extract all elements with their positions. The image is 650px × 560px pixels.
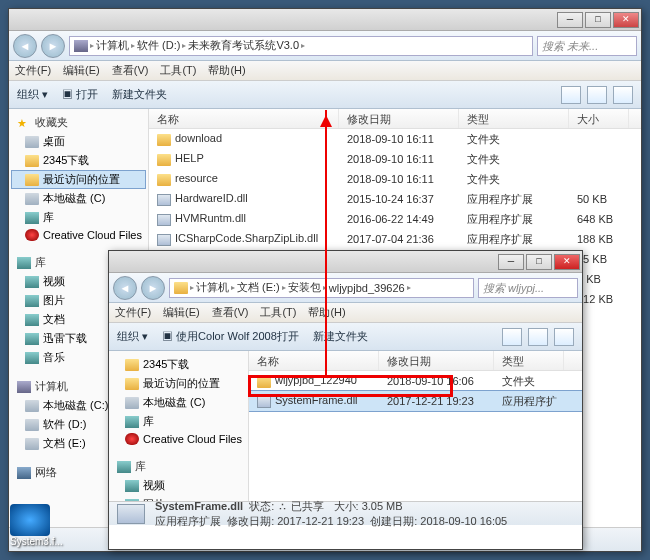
back-button[interactable]: ◄ [113, 276, 137, 300]
tree-2345[interactable]: 2345下载 [111, 355, 246, 374]
toolbar: 组织 ▾ ▣ 打开 新建文件夹 [9, 81, 641, 109]
tree-video[interactable]: 视频 [111, 476, 246, 495]
tree-cdisk[interactable]: 本地磁盘 (C) [11, 189, 146, 208]
view-button[interactable] [561, 86, 581, 104]
recent-icon [125, 378, 139, 390]
breadcrumb[interactable]: ▸计算机 ▸文档 (E:) ▸安装包 ▸wljypjbd_39626 ▸ [169, 278, 474, 298]
table-row[interactable]: HVMRuntm.dll2016-06-22 14:49应用程序扩展648 KB [149, 209, 641, 229]
library-icon [125, 416, 139, 428]
menu-tools[interactable]: 工具(T) [260, 305, 296, 320]
col-size[interactable]: 大小 [569, 109, 629, 128]
picture-icon [125, 499, 139, 502]
tree-libs[interactable]: 库 [11, 208, 146, 227]
table-row[interactable]: HardwareID.dll2015-10-24 16:37应用程序扩展50 K… [149, 189, 641, 209]
col-type[interactable]: 类型 [459, 109, 569, 128]
breadcrumb[interactable]: ▸计算机 ▸软件 (D:) ▸未来教育考试系统V3.0 ▸ [69, 36, 533, 56]
search-input[interactable]: 搜索 未来... [537, 36, 637, 56]
preview-button[interactable] [587, 86, 607, 104]
nav-tree: 2345下载 最近访问的位置 本地磁盘 (C) 库 Creative Cloud… [109, 351, 249, 501]
menu-help[interactable]: 帮助(H) [308, 305, 345, 320]
picture-icon [25, 295, 39, 307]
tree-cc[interactable]: Creative Cloud Files [111, 431, 246, 447]
titlebar[interactable]: ─ □ ✕ [9, 9, 641, 31]
help-button[interactable] [554, 328, 574, 346]
view-button[interactable] [502, 328, 522, 346]
colorwolf-button[interactable]: ▣ 使用Color Wolf 2008打开 [162, 329, 299, 344]
nav-bar: ◄ ► ▸计算机 ▸文档 (E:) ▸安装包 ▸wljypjbd_39626 ▸… [109, 273, 582, 303]
list-header: 名称 修改日期 类型 [249, 351, 582, 371]
menu-file[interactable]: 文件(F) [115, 305, 151, 320]
file-icon [117, 504, 145, 524]
folder-icon [125, 359, 139, 371]
tree-recent[interactable]: 最近访问的位置 [11, 170, 146, 189]
preview-button[interactable] [528, 328, 548, 346]
new-folder-button[interactable]: 新建文件夹 [112, 87, 167, 102]
close-button[interactable]: ✕ [613, 12, 639, 28]
tree-library[interactable]: 库 [111, 457, 246, 476]
search-input[interactable]: 搜索 wljypj... [478, 278, 578, 298]
menu-bar: 文件(F) 编辑(E) 查看(V) 工具(T) 帮助(H) [109, 303, 582, 323]
organize-button[interactable]: 组织 ▾ [17, 87, 48, 102]
menu-file[interactable]: 文件(F) [15, 63, 51, 78]
tree-2345[interactable]: 2345下载 [11, 151, 146, 170]
menu-edit[interactable]: 编辑(E) [63, 63, 100, 78]
desktop-shortcut[interactable]: System3.f... [10, 504, 52, 552]
network-icon [17, 467, 31, 479]
table-row[interactable]: ICSharpCode.SharpZipLib.dll2017-07-04 21… [149, 229, 641, 249]
minimize-button[interactable]: ─ [557, 12, 583, 28]
help-button[interactable] [613, 86, 633, 104]
table-row[interactable]: wljypjbd_1229402018-09-10 16:06文件夹 [249, 371, 582, 391]
tree-cdisk[interactable]: 本地磁盘 (C) [111, 393, 246, 412]
menu-view[interactable]: 查看(V) [212, 305, 249, 320]
list-header: 名称 修改日期 类型 大小 [149, 109, 641, 129]
menu-view[interactable]: 查看(V) [112, 63, 149, 78]
forward-button[interactable]: ► [41, 34, 65, 58]
download-icon [25, 333, 39, 345]
table-row[interactable]: resource2018-09-10 16:11文件夹 [149, 169, 641, 189]
annotation-arrow [325, 110, 327, 376]
col-type[interactable]: 类型 [494, 351, 564, 370]
star-icon: ★ [17, 117, 31, 129]
col-date[interactable]: 修改日期 [339, 109, 459, 128]
drive-icon [25, 419, 39, 431]
close-button[interactable]: ✕ [554, 254, 580, 270]
organize-button[interactable]: 组织 ▾ [117, 329, 148, 344]
fold-icon [157, 134, 171, 146]
folder-icon [174, 282, 188, 294]
library-icon [25, 212, 39, 224]
minimize-button[interactable]: ─ [498, 254, 524, 270]
open-button[interactable]: ▣ 打开 [62, 87, 98, 102]
tree-libs[interactable]: 库 [111, 412, 246, 431]
folder-icon [25, 155, 39, 167]
drive-icon [25, 438, 39, 450]
dll-icon [157, 214, 171, 226]
file-list: 名称 修改日期 类型 wljypjbd_1229402018-09-10 16:… [249, 351, 582, 501]
menu-bar: 文件(F) 编辑(E) 查看(V) 工具(T) 帮助(H) [9, 61, 641, 81]
col-date[interactable]: 修改日期 [379, 351, 494, 370]
dll-icon [257, 396, 271, 408]
tree-favorites[interactable]: ★收藏夹 [11, 113, 146, 132]
tree-desktop[interactable]: 桌面 [11, 132, 146, 151]
titlebar[interactable]: ─ □ ✕ [109, 251, 582, 273]
tree-cc[interactable]: Creative Cloud Files [11, 227, 146, 243]
explorer-window-2: ─ □ ✕ ◄ ► ▸计算机 ▸文档 (E:) ▸安装包 ▸wljypjbd_3… [108, 250, 583, 550]
maximize-button[interactable]: □ [585, 12, 611, 28]
maximize-button[interactable]: □ [526, 254, 552, 270]
menu-help[interactable]: 帮助(H) [208, 63, 245, 78]
dll-icon [157, 234, 171, 246]
table-row[interactable]: HELP2018-09-10 16:11文件夹 [149, 149, 641, 169]
fold-icon [157, 174, 171, 186]
forward-button[interactable]: ► [141, 276, 165, 300]
music-icon [25, 352, 39, 364]
creative-cloud-icon [25, 229, 39, 241]
recent-icon [25, 174, 39, 186]
back-button[interactable]: ◄ [13, 34, 37, 58]
menu-edit[interactable]: 编辑(E) [163, 305, 200, 320]
table-row[interactable]: SystemFrame.dll2017-12-21 19:23应用程序扩 [249, 391, 582, 411]
col-name[interactable]: 名称 [149, 109, 339, 128]
col-name[interactable]: 名称 [249, 351, 379, 370]
tree-recent[interactable]: 最近访问的位置 [111, 374, 246, 393]
table-row[interactable]: download2018-09-10 16:11文件夹 [149, 129, 641, 149]
menu-tools[interactable]: 工具(T) [160, 63, 196, 78]
new-folder-button[interactable]: 新建文件夹 [313, 329, 368, 344]
